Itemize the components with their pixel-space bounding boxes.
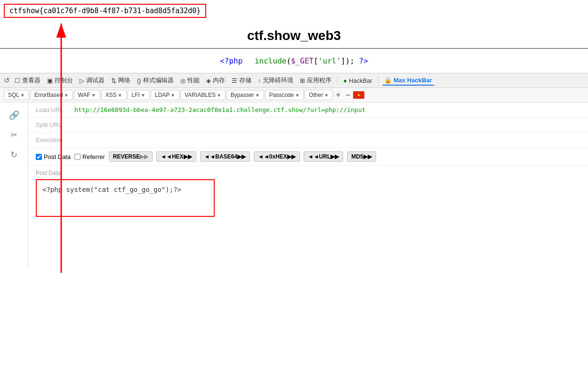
- errorbased-dropdown-icon: ▼: [64, 93, 69, 98]
- other-dropdown-icon: ▼: [324, 93, 329, 98]
- console-icon: ▣: [47, 77, 53, 84]
- md5-btn[interactable]: MD5 ▶▶: [347, 151, 376, 162]
- post-data-checkbox[interactable]: [36, 154, 42, 160]
- base64-label: BASE64: [215, 153, 237, 160]
- referrer-checkbox[interactable]: [74, 154, 81, 160]
- lfi-label: LFI: [132, 92, 140, 98]
- post-data-checkbox-text: Post Data: [44, 153, 71, 160]
- page-title: ctf.show_web3: [247, 28, 341, 43]
- hackbar-variables-btn[interactable]: VARIABLES ▼: [180, 90, 226, 100]
- toolbar-item-hackbar[interactable]: ● HackBar: [341, 76, 374, 85]
- toolbar-item-accessibility[interactable]: ↑ 无障碍环境: [256, 75, 296, 86]
- toolbar-item-application[interactable]: ⊞ 应用程序: [298, 75, 333, 86]
- post-data-section: Post Data <?php system("cat ctf_go_go_go…: [28, 166, 588, 221]
- toolbar-separator: [337, 76, 338, 85]
- toolbar-separator-2: [378, 76, 379, 85]
- maxhackbar-label: Max HackBar: [394, 77, 432, 84]
- execution-label: Execution: [36, 136, 69, 143]
- flag-box: ctfshow{ca01c76f-d9b8-4f87-b731-bad8d5fa…: [4, 4, 206, 18]
- xss-dropdown-icon: ▼: [118, 93, 122, 98]
- hex-right-arrow: ▶▶: [184, 153, 192, 160]
- php-string: 'url': [318, 56, 341, 65]
- lfi-dropdown-icon: ▼: [141, 93, 145, 98]
- base64-right-arrow: ▶▶: [237, 153, 246, 160]
- passcode-label: Passcode: [269, 92, 294, 98]
- hackbar-xss-btn[interactable]: XSS ▼: [101, 90, 127, 100]
- md5-right-arrow: ▶▶: [363, 153, 372, 160]
- hackbar-menu-toolbar: SQL ▼ ErrorBased ▼ WAF ▼ XSS ▼ LFI ▼ LDA…: [0, 88, 588, 103]
- hackbar-add-btn[interactable]: +: [334, 90, 343, 100]
- hackbar-other-btn[interactable]: Other ▼: [305, 90, 333, 100]
- memory-icon: ◈: [206, 77, 211, 84]
- hackbar-remove-btn[interactable]: −: [344, 90, 353, 100]
- base64-left-arrow: ◄◄: [204, 153, 216, 160]
- storage-label: 存储: [239, 76, 251, 85]
- url-label: URL: [319, 153, 331, 160]
- url-row: Load URL http://16e6093d-bbea-4e97-a723-…: [28, 103, 588, 118]
- oxhex-label: 0xHEX: [269, 153, 287, 160]
- sql-dropdown-icon: ▼: [20, 93, 25, 98]
- md5-label: MD5: [351, 153, 363, 160]
- split-url-label: Split URL: [36, 121, 69, 128]
- hackbar-main: 🔗 ✂ ↻ Load URL http://16e6093d-bbea-4e97…: [0, 103, 588, 267]
- sql-label: SQL: [8, 92, 19, 98]
- hackbar-errorbased-btn[interactable]: ErrorBased ▼: [30, 90, 73, 100]
- hex-btn[interactable]: ◄◄ HEX ▶▶: [156, 151, 196, 162]
- oxhex-btn[interactable]: ◄◄ 0xHEX ▶▶: [254, 151, 300, 162]
- hackbar-sidebar: 🔗 ✂ ↻: [0, 103, 28, 267]
- other-label: Other: [309, 92, 323, 98]
- oxhex-right-arrow: ▶▶: [287, 153, 296, 160]
- hackbar-passcode-btn[interactable]: Passcode ▼: [265, 90, 304, 100]
- url-left-arrow: ◄◄: [308, 153, 319, 160]
- hackbar-waf-btn[interactable]: WAF ▼: [74, 90, 100, 100]
- hackbar-bypasser-btn[interactable]: Bypasser ▼: [226, 90, 264, 100]
- scissors-icon[interactable]: ✂: [10, 130, 17, 140]
- browser-toolbar: ↺ ☐ 查看器 ▣ 控制台 ▷ 调试器 ⇅ 网络 {} 样式编辑器 ◎ 性能 ◈…: [0, 73, 588, 88]
- base64-btn[interactable]: ◄◄ BASE64 ▶▶: [200, 151, 250, 162]
- debugger-icon: ▷: [80, 77, 84, 84]
- hackbar-label: HackBar: [349, 77, 372, 84]
- toolbar-item-maxhackbar[interactable]: 🔒 Max HackBar: [382, 76, 434, 86]
- reverse-btn[interactable]: REVERSE ▶▶: [109, 151, 153, 162]
- refresh-icon[interactable]: ↻: [10, 150, 17, 160]
- variables-dropdown-icon: ▼: [217, 93, 221, 98]
- url-btn[interactable]: ◄◄ URL ▶▶: [304, 151, 343, 162]
- post-data-value: <?php system("cat ctf_go_go_go");?>: [42, 186, 181, 193]
- url-value: http://16e6093d-bbea-4e97-a723-2acac0f8e…: [74, 106, 365, 113]
- referrer-checkbox-text: Referrer: [82, 153, 105, 160]
- toolbar-item-perf[interactable]: ◎ 性能: [178, 75, 201, 86]
- toolbar-item-console[interactable]: ▣ 控制台: [45, 75, 75, 86]
- php-bracket-close: ]: [341, 56, 346, 65]
- china-flag-icon: ★: [353, 91, 364, 99]
- hex-label: HEX: [172, 153, 184, 160]
- perf-icon: ◎: [180, 77, 185, 84]
- hackbar-lfi-btn[interactable]: LFI ▼: [128, 90, 150, 100]
- toolbar-back-icon[interactable]: ↺: [4, 76, 10, 85]
- network-label: 网络: [118, 76, 130, 85]
- php-code-area: <?php include($_GET['url']); ?>: [0, 49, 588, 73]
- toolbar-item-network[interactable]: ⇅ 网络: [109, 75, 132, 86]
- referrer-checkbox-label[interactable]: Referrer: [74, 153, 105, 160]
- php-open-tag: <?php: [220, 56, 242, 65]
- toolbar-item-inspector[interactable]: ☐ 查看器: [13, 75, 42, 86]
- hackbar-ldap-btn[interactable]: LDAP ▼: [151, 90, 179, 100]
- network-icon: ⇅: [111, 77, 116, 84]
- waf-dropdown-icon: ▼: [91, 93, 96, 98]
- flag-text: ctfshow{ca01c76f-d9b8-4f87-b731-bad8d5fa…: [9, 7, 201, 15]
- post-data-box: <?php system("cat ctf_go_go_go");?>: [36, 179, 215, 217]
- memory-label: 内存: [213, 76, 225, 85]
- inspector-label: 查看器: [22, 76, 40, 85]
- toolbar-item-style[interactable]: {} 样式编辑器: [135, 75, 176, 86]
- reverse-label: REVERSE: [113, 153, 140, 160]
- toolbar-item-storage[interactable]: ☰ 存储: [230, 75, 253, 86]
- xss-label: XSS: [105, 92, 117, 98]
- link-icon[interactable]: 🔗: [9, 110, 19, 120]
- toolbar-item-debugger[interactable]: ▷ 调试器: [78, 75, 106, 86]
- style-label: 样式编辑器: [143, 76, 174, 85]
- toolbar-item-memory[interactable]: ◈ 内存: [204, 75, 227, 86]
- hackbar-sql-btn[interactable]: SQL ▼: [4, 90, 29, 100]
- errorbased-label: ErrorBased: [34, 92, 63, 98]
- hex-left-arrow: ◄◄: [161, 153, 172, 160]
- post-data-checkbox-label[interactable]: Post Data: [36, 153, 71, 160]
- hackbar-right: Load URL http://16e6093d-bbea-4e97-a723-…: [28, 103, 588, 267]
